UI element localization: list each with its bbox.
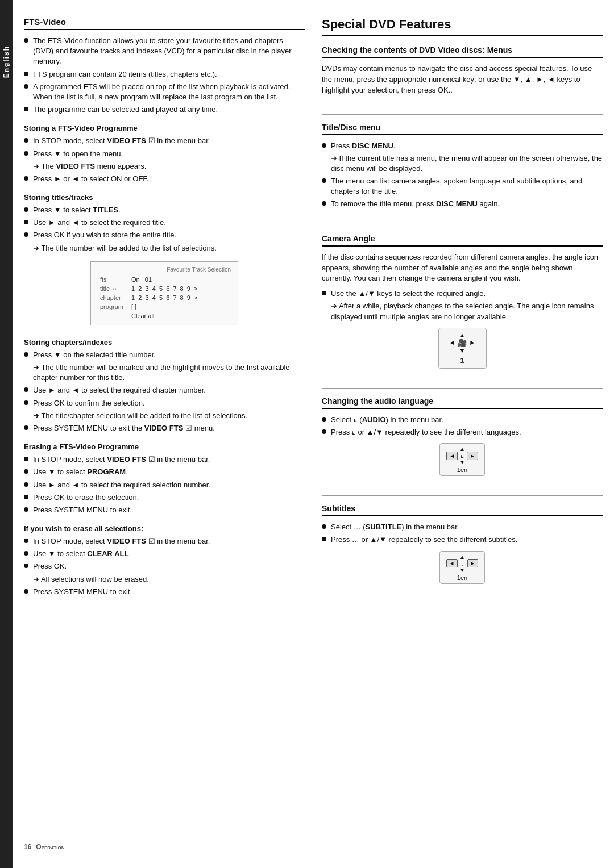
down-arrow-icon: ▼	[459, 347, 466, 354]
bullet-icon	[24, 425, 28, 430]
camera-symbol-icon: 🎥	[458, 339, 467, 347]
title-disc-section: Title/Disc menu Press DISC MENU. ➜ If th…	[322, 123, 603, 212]
bullet-icon	[24, 551, 28, 556]
fts-table-image: Favourite Track Selection fts On 01 titl…	[90, 261, 238, 326]
bullet-icon	[322, 143, 326, 148]
table-row: chapter 1 2 3 4 5 6 7 8 9 >	[98, 293, 231, 302]
checking-section: Checking the contents of DVD Video discs…	[322, 45, 603, 101]
list-item: Press ▼ to open the menu.	[24, 149, 305, 159]
checking-section-title: Checking the contents of DVD Video discs…	[322, 45, 603, 58]
sub-section-title: If you wish to erase all selections:	[24, 524, 305, 533]
list-item: Use ► and ◄ to select the required title…	[24, 218, 305, 228]
bullet-icon	[322, 201, 326, 206]
camera-angle-icon: ◄ ▲ 🎥 ▼ ► 1	[322, 328, 603, 369]
storing-programme-list: In STOP mode, select VIDEO FTS ☑ in the …	[24, 136, 305, 184]
bullet-icon	[322, 178, 326, 183]
checking-body: DVDs may contain menus to navigate the d…	[322, 64, 603, 96]
audio-icon-row: ◄ ▲ ⦜ ▼ ►	[446, 446, 478, 465]
list-item: FTS program can contain 20 items (titles…	[24, 69, 305, 80]
subtitle-down-arrow: ▼	[459, 567, 465, 573]
erasing-programme-section: Erasing a FTS-Video Programme In STOP mo…	[24, 436, 305, 518]
list-item: Use ▼ to select PROGRAM.	[24, 467, 305, 477]
subtitle-left-btn: ◄	[446, 559, 458, 567]
storing-titles-list: Press ▼ to select TITLES. Use ► and ◄ to…	[24, 205, 305, 253]
divider	[322, 495, 603, 496]
bullet-icon	[24, 151, 28, 156]
left-section-title: FTS-Video	[24, 17, 305, 30]
audio-label: 1en	[457, 466, 467, 473]
bullet-icon	[24, 589, 28, 594]
list-item: Use the ▲/▼ keys to select the required …	[322, 289, 603, 299]
storing-programme-section: Storing a FTS-Video Programme In STOP mo…	[24, 117, 305, 186]
list-item: Use ► and ◄ to select the required chapt…	[24, 385, 305, 395]
sub-section-title: Storing chapters/indexes	[24, 338, 305, 347]
subtitle-icon: ◄ ▲ … ▼ ► 1en	[322, 551, 603, 584]
list-item: Press ▼ to select TITLES.	[24, 205, 305, 215]
erase-all-list: In STOP mode, select VIDEO FTS ☑ in the …	[24, 536, 305, 597]
list-item: Use ▼ to select CLEAR ALL.	[24, 549, 305, 559]
audio-language-title: Changing the audio language	[322, 397, 603, 409]
list-item: Press SYSTEM MENU to exit.	[24, 505, 305, 515]
list-item: The menu can list camera angles, spoken …	[322, 176, 603, 197]
storing-chapters-section: Storing chapters/indexes Press ▼ on the …	[24, 331, 305, 436]
audio-language-list: Select ⦜ (AUDIO) in the menu bar. Press …	[322, 415, 603, 437]
list-item: Press OK to erase the selection.	[24, 493, 305, 503]
table-row: title ↔ 1 2 3 4 5 6 7 8 9 >	[98, 284, 231, 293]
list-item: Press ▼ on the selected title number.	[24, 350, 305, 360]
audio-language-icon: ◄ ▲ ⦜ ▼ ► 1en	[322, 443, 603, 476]
title-disc-title: Title/Disc menu	[322, 123, 603, 135]
audio-down-arrow: ▼	[459, 459, 465, 465]
side-tab: English	[0, 0, 13, 868]
audio-symbol-icon: ⦜	[460, 452, 464, 459]
list-item: ➜ All selections will now be erased.	[24, 574, 305, 585]
list-item: The FTS-Video function allows you to sto…	[24, 36, 305, 67]
divider	[322, 388, 603, 389]
subtitle-label: 1en	[457, 574, 467, 581]
list-item: ➜ The title number will be added to the …	[24, 243, 305, 253]
subtitle-icon-row: ◄ ▲ … ▼ ►	[446, 554, 479, 573]
bullet-icon	[24, 352, 28, 357]
list-item: Press OK to confirm the selection.	[24, 398, 305, 408]
sub-section-title: Storing a FTS-Video Programme	[24, 124, 305, 132]
list-item: Use ► and ◄ to select the required selec…	[24, 480, 305, 490]
list-item: Press ⦜ or ▲/▼ repeatedly to see the dif…	[322, 427, 603, 437]
list-item: ➜ The title number will be marked and th…	[24, 362, 305, 383]
sub-section-title: Erasing a FTS-Video Programme	[24, 443, 305, 451]
side-tab-label: English	[2, 45, 10, 78]
list-item: ➜ The title/chapter selection will be ad…	[24, 411, 305, 421]
bullet-icon	[322, 429, 326, 434]
bullet-icon	[24, 84, 28, 89]
list-item: ➜ The VIDEO FTS menu appears.	[24, 161, 305, 172]
page-number: 16	[24, 843, 31, 851]
title-disc-list: Press DISC MENU. ➜ If the current title …	[322, 141, 603, 210]
bullet-icon	[24, 220, 28, 224]
list-item: Press ► or ◄ to select ON or OFF.	[24, 174, 305, 184]
bullet-icon	[24, 495, 28, 499]
audio-icon-wrapper: ◄ ▲ ⦜ ▼ ► 1en	[439, 443, 485, 476]
list-item: Select … (SUBTITLE) in the menu bar.	[322, 522, 603, 532]
bullet-icon	[24, 107, 28, 111]
table-row: program [ ]	[98, 302, 231, 311]
subtitles-list: Select … (SUBTITLE) in the menu bar. Pre…	[322, 522, 603, 545]
right-big-title: Special DVD Features	[322, 17, 603, 36]
bullet-icon	[322, 291, 326, 295]
camera-angle-number: 1	[460, 356, 464, 365]
storing-chapters-list: Press ▼ on the selected title number. ➜ …	[24, 350, 305, 433]
fts-table-title: Favourite Track Selection	[98, 266, 231, 273]
bullet-icon	[322, 524, 326, 529]
storing-titles-section: Storing titles/tracks Press ▼ to select …	[24, 186, 305, 256]
list-item: In STOP mode, select VIDEO FTS ☑ in the …	[24, 454, 305, 465]
bullet-icon	[24, 457, 28, 461]
divider	[322, 114, 603, 115]
divider	[322, 226, 603, 226]
subtitle-symbol-icon: …	[459, 560, 466, 567]
audio-language-section: Changing the audio language Select ⦜ (AU…	[322, 397, 603, 482]
table-row: Clear all	[98, 311, 231, 320]
audio-right-btn: ►	[467, 452, 478, 460]
list-item: Press SYSTEM MENU to exit.	[24, 587, 305, 597]
erasing-programme-list: In STOP mode, select VIDEO FTS ☑ in the …	[24, 454, 305, 515]
sub-section-title: Storing titles/tracks	[24, 193, 305, 202]
bullet-icon	[24, 72, 28, 76]
subtitles-section: Subtitles Select … (SUBTITLE) in the men…	[322, 504, 603, 589]
list-item: Select ⦜ (AUDIO) in the menu bar.	[322, 415, 603, 425]
